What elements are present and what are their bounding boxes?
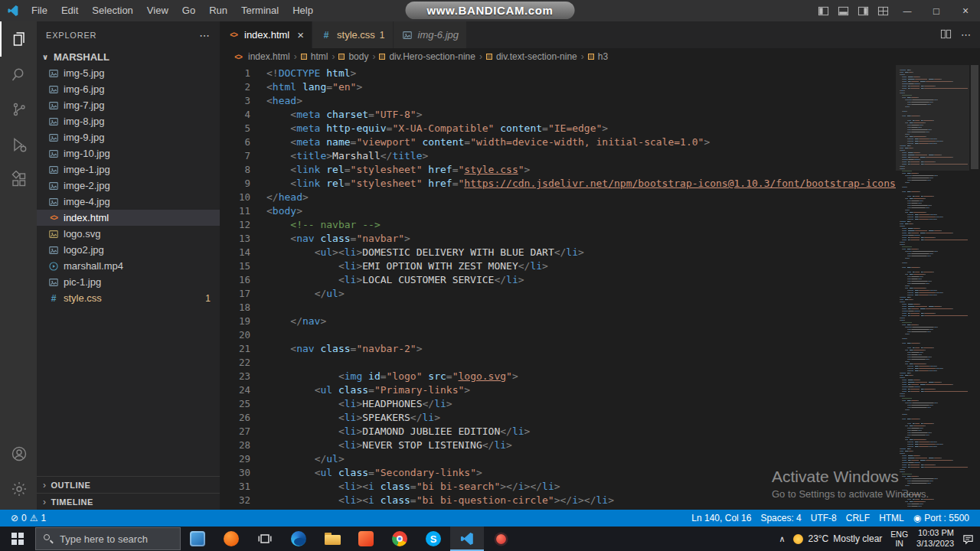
explorer-more-actions-icon[interactable]: ⋯ bbox=[199, 29, 211, 41]
breadcrumb-item[interactable]: <>index.html bbox=[232, 51, 290, 63]
breadcrumb-item[interactable]: div.text-section-nine bbox=[486, 51, 577, 62]
menu-go[interactable]: Go bbox=[175, 0, 202, 21]
taskbar-basketball-button[interactable] bbox=[214, 527, 248, 551]
close-button[interactable]: × bbox=[951, 0, 980, 21]
code-line[interactable]: 18 bbox=[220, 301, 896, 315]
code-line[interactable]: 21 <nav class="navbar-2"> bbox=[220, 342, 896, 356]
file-imge-4.jpg[interactable]: imge-4.jpg bbox=[37, 194, 220, 210]
code-line[interactable]: 22 bbox=[220, 356, 896, 370]
code-line[interactable]: 28 <li>NEVER STOP LISTENING</li> bbox=[220, 439, 896, 452]
activity-account-button[interactable] bbox=[0, 436, 37, 471]
menu-run[interactable]: Run bbox=[202, 0, 234, 21]
file-logo.svg[interactable]: logo.svg bbox=[37, 226, 220, 242]
breadcrumb-item[interactable]: body bbox=[338, 51, 368, 62]
file-img-7.jpg[interactable]: img-7.jpg bbox=[37, 97, 220, 113]
split-editor-icon[interactable] bbox=[940, 28, 952, 42]
file-marshall.mp4[interactable]: marshall.mp4 bbox=[37, 258, 220, 274]
taskbar-record-button[interactable] bbox=[484, 527, 518, 551]
menu-edit[interactable]: Edit bbox=[54, 0, 85, 21]
taskbar-orange-app-button[interactable] bbox=[349, 527, 383, 551]
code-line[interactable]: 3<head> bbox=[220, 94, 896, 108]
file-imge-1.jpg[interactable]: imge-1.jpg bbox=[37, 161, 220, 178]
taskbar-file-explorer-button[interactable] bbox=[315, 527, 349, 551]
code-line[interactable]: 11<body> bbox=[220, 204, 896, 218]
menu-terminal[interactable]: Terminal bbox=[234, 0, 286, 21]
customize-layout-icon[interactable] bbox=[873, 0, 893, 21]
code-line[interactable]: 23 <img id="logo" src="logo.svg"> bbox=[220, 370, 896, 383]
code-line[interactable]: 31 <li><i class="bi bi-search"></i></li> bbox=[220, 480, 896, 494]
clock[interactable]: 10:03 PM 3/13/2023 bbox=[916, 528, 954, 549]
minimize-button[interactable]: — bbox=[893, 0, 922, 21]
taskbar-chrome-button[interactable] bbox=[383, 527, 416, 551]
file-pic-1.jpg[interactable]: pic-1.jpg bbox=[37, 274, 220, 290]
language-indicator[interactable]: ENG IN bbox=[890, 530, 908, 548]
code-line[interactable]: 30 <ul class="Secondary-links"> bbox=[220, 466, 896, 480]
taskbar-skype-button[interactable]: S bbox=[416, 527, 450, 551]
toggle-secondary-sidebar-icon[interactable] bbox=[853, 0, 873, 21]
weather-widget[interactable]: 23°C Mostly clear bbox=[793, 533, 882, 544]
tab-style.css[interactable]: #style.css1 bbox=[312, 21, 394, 48]
taskbar-vscode-button[interactable] bbox=[450, 527, 484, 551]
file-style.css[interactable]: #style.css1 bbox=[37, 290, 220, 306]
file-img-6.jpg[interactable]: img-6.jpg bbox=[37, 81, 220, 97]
live-server-button[interactable]: ◉Port : 5500 bbox=[909, 513, 974, 523]
breadcrumb-item[interactable]: h3 bbox=[588, 51, 608, 62]
code-line[interactable]: 20 bbox=[220, 328, 896, 342]
code-line[interactable]: 15 <li>EMI OPTION WITH ZEST MONEY</li> bbox=[220, 259, 896, 273]
activity-run-debug-button[interactable] bbox=[0, 127, 37, 162]
code-line[interactable]: 12 <!-- navbar --> bbox=[220, 218, 896, 232]
menu-view[interactable]: View bbox=[140, 0, 175, 21]
taskbar-bandicam-button[interactable] bbox=[181, 527, 214, 551]
code-line[interactable]: 33 <li><i class="bi bi-cart3"></i></li> bbox=[220, 507, 896, 510]
notification-center-icon[interactable] bbox=[962, 533, 974, 545]
activity-settings-button[interactable] bbox=[0, 471, 37, 507]
code-line[interactable]: 26 <li>SPEAKERS</li> bbox=[220, 411, 896, 425]
code-line[interactable]: 32 <li><i class="bi bi-question-circle">… bbox=[220, 494, 896, 507]
code-line[interactable]: 4 <meta charset="UTF-8"> bbox=[220, 108, 896, 122]
code-line[interactable]: 9 <link rel="stylesheet" href="https://c… bbox=[220, 177, 896, 191]
code-line[interactable]: 19 </nav> bbox=[220, 315, 896, 328]
scrollbar-thumb[interactable] bbox=[971, 65, 978, 169]
code-line[interactable]: 5 <meta http-equiv="X-UA-Compatible" con… bbox=[220, 122, 896, 135]
file-img-10.jpg[interactable]: img-10.jpg bbox=[37, 145, 220, 161]
more-actions-icon[interactable]: ⋯ bbox=[961, 29, 971, 41]
code-line[interactable]: 29 </ul> bbox=[220, 452, 896, 466]
activity-extensions-button[interactable] bbox=[0, 162, 37, 197]
maximize-button[interactable]: □ bbox=[922, 0, 951, 21]
breadcrumb-item[interactable]: div.Hero-section-nine bbox=[379, 51, 475, 62]
problems-indicator[interactable]: ⊘ 0 ⚠ 1 bbox=[6, 513, 51, 523]
status-eol[interactable]: CRLF bbox=[841, 513, 874, 523]
file-index.html[interactable]: <>index.html bbox=[37, 210, 220, 226]
file-img-5.jpg[interactable]: img-5.jpg bbox=[37, 65, 220, 81]
start-button[interactable] bbox=[0, 527, 35, 551]
taskbar-task-view-button[interactable] bbox=[248, 527, 282, 551]
code-line[interactable]: 14 <ul><li>DOMESTIC DELIVERY WITH BLUE D… bbox=[220, 246, 896, 259]
code-line[interactable]: 13 <nav class="navbar"> bbox=[220, 232, 896, 246]
toggle-sidebar-icon[interactable] bbox=[813, 0, 833, 21]
tab-index.html[interactable]: <>index.html× bbox=[220, 21, 312, 48]
activity-search-button[interactable] bbox=[0, 57, 37, 92]
tray-expand-button[interactable]: ∧ bbox=[779, 534, 785, 544]
code-line[interactable]: 27 <li>DIAMOND JUBLIEE EDITION</li> bbox=[220, 425, 896, 439]
file-logo2.jpg[interactable]: logo2.jpg bbox=[37, 242, 220, 258]
file-img-9.jpg[interactable]: img-9.jpg bbox=[37, 129, 220, 145]
code-line[interactable]: 8 <link rel="stylesheet" href="style.css… bbox=[220, 163, 896, 177]
activity-explorer-button[interactable] bbox=[0, 21, 37, 57]
menu-file[interactable]: File bbox=[24, 0, 54, 21]
close-icon[interactable]: × bbox=[297, 29, 304, 41]
breadcrumb-item[interactable]: html bbox=[301, 51, 328, 62]
activity-source-control-button[interactable] bbox=[0, 92, 37, 127]
taskbar-edge-button[interactable] bbox=[282, 527, 315, 551]
toggle-panel-icon[interactable] bbox=[833, 0, 853, 21]
panel-outline[interactable]: ›OUTLINE bbox=[37, 476, 220, 493]
folder-marshall[interactable]: ∨ MARSHALL bbox=[37, 48, 220, 65]
code-line[interactable]: 1<!DOCTYPE html> bbox=[220, 67, 896, 80]
code-line[interactable]: 17 </ul> bbox=[220, 287, 896, 301]
code-line[interactable]: 2<html lang="en"> bbox=[220, 80, 896, 94]
editor-scrollbar[interactable] bbox=[969, 65, 980, 510]
menu-help[interactable]: Help bbox=[286, 0, 320, 21]
menu-selection[interactable]: Selection bbox=[85, 0, 139, 21]
status-indentation[interactable]: Spaces: 4 bbox=[756, 513, 805, 523]
minimap[interactable] bbox=[896, 65, 969, 510]
code-line[interactable]: 16 <li>LOCAL CUSTOMER SERVICE</li> bbox=[220, 273, 896, 287]
